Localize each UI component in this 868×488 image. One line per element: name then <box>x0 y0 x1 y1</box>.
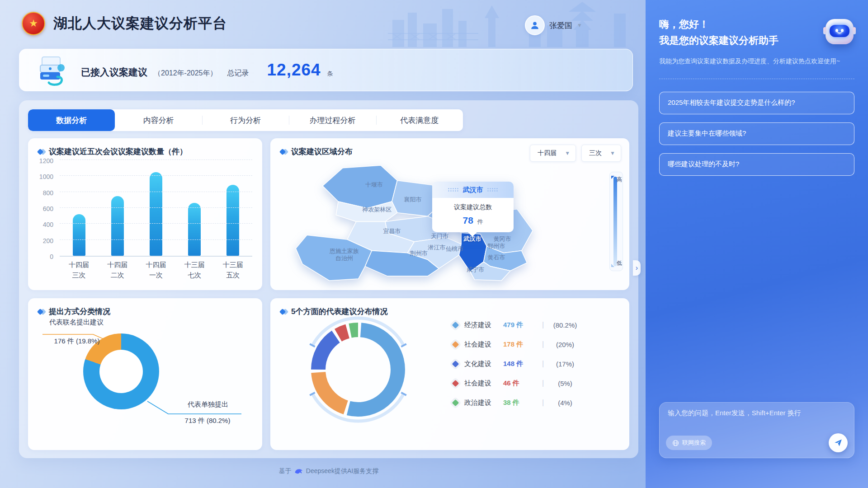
bar-panel-title: 议案建议近五次会议议案建议数量（件） <box>37 146 253 157</box>
bar-category-label: 十三届五次 <box>215 259 251 284</box>
tab-内容分析[interactable]: 内容分析 <box>115 109 202 131</box>
tooltip-value: 78 <box>463 215 473 225</box>
tab-办理过程分析[interactable]: 办理过程分析 <box>289 109 376 131</box>
suggested-question[interactable]: 哪些建议处理的不及时? <box>659 153 854 176</box>
bar-column <box>104 196 131 256</box>
map-tooltip-header: 武汉市 <box>432 182 514 198</box>
tab-bar: 数据分析内容分析行为分析办理过程分析代表满意度 <box>28 109 463 131</box>
stats-label: 已接入议案建议 <box>81 66 147 79</box>
pie1-label-solo-name: 代表单独提出 <box>172 400 244 409</box>
legend-percent: (20%) <box>547 341 583 348</box>
y-tick-label: 400 <box>34 221 53 228</box>
tab-数据分析[interactable]: 数据分析 <box>28 109 115 131</box>
user-avatar-icon <box>525 15 545 35</box>
robot-smile <box>837 29 842 33</box>
panel-five-aspects: 5个方面的代表建议分布情况 经济建设479 件|(80.2%)社会建设178 件… <box>270 298 629 450</box>
y-tick-label: 0 <box>34 253 53 260</box>
chat-input-card: 联网搜索 <box>659 402 854 458</box>
paper-plane-icon <box>834 438 843 447</box>
app-title: 湖北人大议案建议分析平台 <box>53 14 227 33</box>
footer-prefix: 基于 <box>279 467 292 475</box>
legend-percent: (80.2%) <box>547 321 583 329</box>
assistant-greeting: 嗨，您好！ 我是您的议案建议分析助手 <box>659 16 854 49</box>
dots-decoration <box>448 188 459 192</box>
aspects-donut-chart[interactable] <box>299 311 417 428</box>
bar-0[interactable] <box>73 214 85 256</box>
legend-low-triangle <box>611 264 614 267</box>
greeting-line2: 我是您的议案建议分析助手 <box>659 33 818 49</box>
aspect-slice-1 <box>318 372 346 408</box>
hubei-map[interactable]: 武汉市 议案建议总数 78 件 十堰市襄阳市神农架林区荆门 <box>278 159 577 282</box>
footer: 基于 Deepseek提供AI服务支撑 <box>19 467 638 475</box>
bar-plot-area <box>60 169 252 257</box>
bar-2[interactable] <box>150 172 162 256</box>
chevron-down-icon: ▼ <box>577 22 582 28</box>
legend-divider: | <box>538 399 547 407</box>
suggested-question[interactable]: 2025年相较去年建议提交走势是什么样的? <box>659 92 854 114</box>
bar-4[interactable] <box>226 185 239 256</box>
map-filter-select[interactable]: 三次▼ <box>581 145 621 162</box>
legend-percent: (5%) <box>547 380 583 387</box>
stats-unit: 条 <box>327 70 333 78</box>
bar-column <box>219 185 246 256</box>
tooltip-city: 武汉市 <box>463 186 483 194</box>
user-name: 张爱国 <box>549 20 572 31</box>
web-search-toggle[interactable]: 联网搜索 <box>666 436 712 450</box>
bar-1[interactable] <box>111 196 124 256</box>
dashed-divider <box>659 79 854 79</box>
legend-label: 社会建设 <box>464 340 503 349</box>
legend-value: 38 件 <box>503 399 538 407</box>
legend-diamond-marker <box>452 360 459 367</box>
greeting-line1: 嗨，您好！ <box>659 16 818 33</box>
y-tick-label: 600 <box>34 205 53 212</box>
pie1-label-joint-value: 176 件 (19.8%) <box>41 337 113 346</box>
legend-divider: | <box>538 360 547 368</box>
user-menu[interactable]: 张爱国 ▼ <box>525 15 582 35</box>
gridline <box>60 175 252 176</box>
legend-label: 社会建设 <box>464 379 503 388</box>
legend-low-label: 低 <box>617 259 622 267</box>
legend-divider: | <box>538 340 547 348</box>
chat-input[interactable] <box>667 408 847 433</box>
bar-3[interactable] <box>188 203 201 256</box>
suggested-question[interactable]: 建议主要集中在哪些领域? <box>659 122 854 145</box>
legend-row: 文化建设148 件|(17%) <box>451 358 583 370</box>
legend-value: 479 件 <box>503 321 538 329</box>
bar-category-label: 十四届二次 <box>99 259 136 284</box>
tooltip-value-row: 78 件 <box>437 215 509 226</box>
legend-row: 政治建设38 件|(4%) <box>451 397 583 408</box>
bar-y-axis: 020040060080010001200 <box>37 169 56 257</box>
sidebar-collapse-handle[interactable]: › <box>633 260 641 276</box>
analysis-card: 数据分析内容分析行为分析办理过程分析代表满意度 议案建议近五次会议议案建议数量（… <box>19 100 638 458</box>
tooltip-unit: 件 <box>477 218 483 225</box>
legend-diamond-marker <box>452 321 459 328</box>
legend-percent: (17%) <box>547 360 583 368</box>
web-search-label: 联网搜索 <box>682 439 706 447</box>
legend-diamond-marker <box>452 341 459 348</box>
panel-submission-type: 提出方式分类情况 代表联名提出建议 176 件 (19.8%) 代表单独提出 7… <box>28 298 262 450</box>
map-color-legend: 高 低 <box>609 172 623 271</box>
aspect-slice-2 <box>318 337 336 370</box>
footer-brand-text: Deepseek提供AI服务支撑 <box>306 467 378 475</box>
stats-total-label: 总记录 <box>227 69 249 78</box>
assistant-description: 我能为您查询议案建议数据及办理进度、分析建议热点欢迎使用~ <box>659 56 854 67</box>
bar-category-label: 十四届三次 <box>61 259 97 284</box>
gridline <box>60 192 252 192</box>
send-button[interactable] <box>829 433 848 452</box>
chevron-down-icon: ▼ <box>610 150 615 156</box>
pie1-label-joint-name: 代表联名提出建议 <box>33 318 119 327</box>
bar-series <box>60 169 252 256</box>
aspect-slice-3 <box>338 331 348 335</box>
screen: ★ 湖北人大议案建议分析平台 张爱国 ▼ <box>0 0 868 488</box>
tab-行为分析[interactable]: 行为分析 <box>202 109 289 131</box>
legend-value: 46 件 <box>503 379 538 388</box>
diamond-icon <box>37 148 45 155</box>
gridline <box>60 207 252 208</box>
legend-label: 经济建设 <box>464 321 503 329</box>
legend-row: 经济建设479 件|(80.2%) <box>451 319 583 331</box>
ai-assistant-sidebar: 嗨，您好！ 我是您的议案建议分析助手 我能为您查询议案建议数据及办理进度、分析建… <box>646 0 868 488</box>
tab-代表满意度[interactable]: 代表满意度 <box>376 109 463 131</box>
pie1-panel-title-text: 提出方式分类情况 <box>49 306 110 317</box>
stats-banner: 已接入议案建议 （2012年-2025年） 总记录 12,264 条 <box>19 49 633 91</box>
legend-value: 178 件 <box>503 340 538 349</box>
